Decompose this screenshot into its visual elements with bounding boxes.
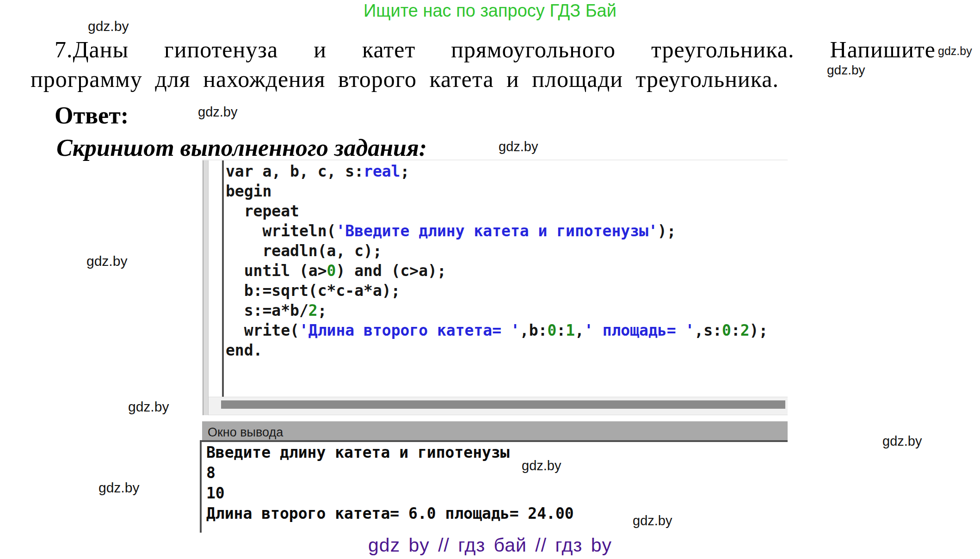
watermark-gdzby: gdz.by [827, 63, 865, 78]
code-line: var a, b, c, s:real; [226, 161, 768, 181]
editor-left-border-line [222, 160, 224, 397]
code-line: readln(a, c); [226, 241, 768, 261]
code-line: writeln('Введите длину катета и гипотену… [226, 221, 768, 241]
output-line: Введите длину катета и гипотенузы [206, 442, 574, 463]
footer-branding: gdz by // гдз бай // гдз by [0, 534, 980, 556]
watermark-gdzby: gdz.by [882, 434, 922, 449]
watermark-gdzby: gdz.by [99, 480, 139, 496]
output-window-content: Введите длину катета и гипотенузы810Длин… [200, 440, 788, 533]
editor-left-gutter [203, 160, 209, 415]
answer-label: Ответ: [55, 102, 129, 129]
ide-screenshot: var a, b, c, s:real;begin repeat writeln… [202, 160, 788, 534]
output-window-titlebar: Окно вывода [202, 421, 788, 442]
watermark-gdzby: gdz.by [499, 139, 538, 154]
task-text-line2: программу для нахождения второго катета … [31, 66, 779, 92]
task-text-line1: 7.Даны гипотенуза и катет прямоугольного… [55, 36, 936, 63]
horizontal-scrollbar-thumb[interactable] [221, 400, 785, 409]
watermark-gdzby: gdz.by [938, 44, 972, 58]
code-line: end. [226, 340, 768, 360]
code-line: until (a>0) and (c>a); [226, 261, 768, 281]
code-block: var a, b, c, s:real;begin repeat writeln… [226, 161, 768, 360]
page: { "page": { "promo_title": "Ищите нас по… [0, 0, 980, 559]
output-window-title: Окно вывода [208, 422, 283, 442]
code-line: begin [226, 181, 768, 201]
promo-title: Ищите нас по запросу ГДЗ Бай [0, 1, 980, 21]
screenshot-label: Скриншот выполненного задания: [56, 134, 427, 161]
output-line: Длина второго катета= 6.0 площадь= 24.00 [206, 504, 574, 524]
output-text: Введите длину катета и гипотенузы810Длин… [206, 442, 574, 524]
code-line: s:=a*b/2; [226, 301, 768, 320]
watermark-gdzby: gdz.by [86, 253, 127, 269]
code-line: b:=sqrt(c*c-a*a); [226, 281, 768, 301]
output-line: 10 [206, 483, 574, 504]
code-line: repeat [226, 201, 768, 221]
watermark-gdzby: gdz.by [128, 399, 169, 415]
code-line: write('Длина второго катета= ',b:0:1,' п… [226, 320, 768, 340]
watermark-gdzby: gdz.by [198, 104, 237, 120]
output-line: 8 [206, 463, 574, 483]
watermark-gdzby: gdz.by [88, 18, 129, 34]
